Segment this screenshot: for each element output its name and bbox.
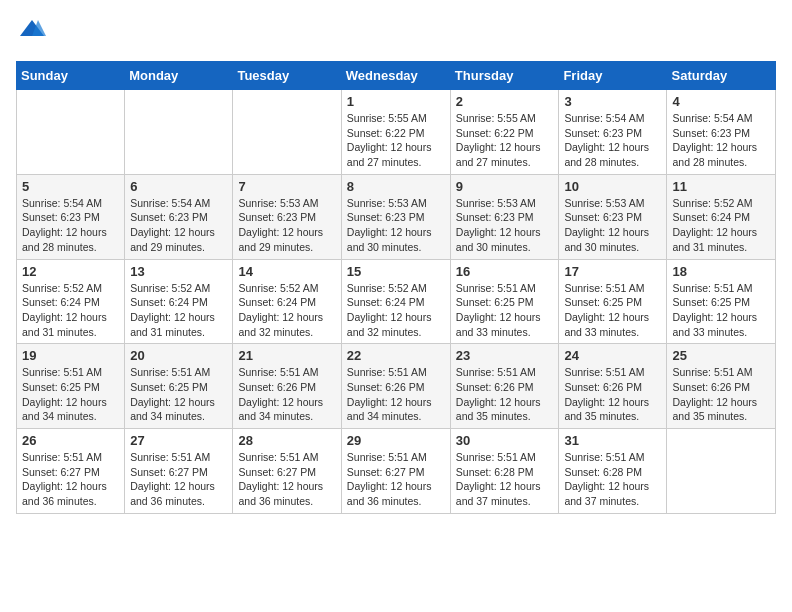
calendar-week-row: 12Sunrise: 5:52 AMSunset: 6:24 PMDayligh…	[17, 259, 776, 344]
calendar-cell: 19Sunrise: 5:51 AMSunset: 6:25 PMDayligh…	[17, 344, 125, 429]
day-number: 23	[456, 348, 554, 363]
day-detail: Sunrise: 5:52 AMSunset: 6:24 PMDaylight:…	[22, 281, 119, 340]
day-number: 26	[22, 433, 119, 448]
calendar-cell: 29Sunrise: 5:51 AMSunset: 6:27 PMDayligh…	[341, 429, 450, 514]
day-detail: Sunrise: 5:51 AMSunset: 6:26 PMDaylight:…	[672, 365, 770, 424]
logo-icon	[18, 16, 46, 44]
day-detail: Sunrise: 5:52 AMSunset: 6:24 PMDaylight:…	[672, 196, 770, 255]
day-detail: Sunrise: 5:55 AMSunset: 6:22 PMDaylight:…	[456, 111, 554, 170]
calendar-week-row: 5Sunrise: 5:54 AMSunset: 6:23 PMDaylight…	[17, 174, 776, 259]
day-number: 9	[456, 179, 554, 194]
calendar-cell: 23Sunrise: 5:51 AMSunset: 6:26 PMDayligh…	[450, 344, 559, 429]
day-header-friday: Friday	[559, 62, 667, 90]
day-detail: Sunrise: 5:51 AMSunset: 6:27 PMDaylight:…	[238, 450, 335, 509]
calendar-cell: 14Sunrise: 5:52 AMSunset: 6:24 PMDayligh…	[233, 259, 341, 344]
calendar-cell: 9Sunrise: 5:53 AMSunset: 6:23 PMDaylight…	[450, 174, 559, 259]
calendar-cell: 18Sunrise: 5:51 AMSunset: 6:25 PMDayligh…	[667, 259, 776, 344]
calendar-cell: 20Sunrise: 5:51 AMSunset: 6:25 PMDayligh…	[125, 344, 233, 429]
calendar-cell: 10Sunrise: 5:53 AMSunset: 6:23 PMDayligh…	[559, 174, 667, 259]
calendar-week-row: 1Sunrise: 5:55 AMSunset: 6:22 PMDaylight…	[17, 90, 776, 175]
calendar-header-row: SundayMondayTuesdayWednesdayThursdayFrid…	[17, 62, 776, 90]
day-number: 7	[238, 179, 335, 194]
day-detail: Sunrise: 5:54 AMSunset: 6:23 PMDaylight:…	[564, 111, 661, 170]
day-detail: Sunrise: 5:51 AMSunset: 6:27 PMDaylight:…	[347, 450, 445, 509]
calendar-cell: 12Sunrise: 5:52 AMSunset: 6:24 PMDayligh…	[17, 259, 125, 344]
day-number: 1	[347, 94, 445, 109]
calendar-cell: 17Sunrise: 5:51 AMSunset: 6:25 PMDayligh…	[559, 259, 667, 344]
day-header-thursday: Thursday	[450, 62, 559, 90]
day-number: 22	[347, 348, 445, 363]
calendar-cell: 7Sunrise: 5:53 AMSunset: 6:23 PMDaylight…	[233, 174, 341, 259]
calendar-cell: 21Sunrise: 5:51 AMSunset: 6:26 PMDayligh…	[233, 344, 341, 429]
day-number: 5	[22, 179, 119, 194]
calendar-cell: 8Sunrise: 5:53 AMSunset: 6:23 PMDaylight…	[341, 174, 450, 259]
day-detail: Sunrise: 5:51 AMSunset: 6:26 PMDaylight:…	[238, 365, 335, 424]
day-number: 20	[130, 348, 227, 363]
calendar-cell: 26Sunrise: 5:51 AMSunset: 6:27 PMDayligh…	[17, 429, 125, 514]
calendar-cell	[667, 429, 776, 514]
day-detail: Sunrise: 5:51 AMSunset: 6:25 PMDaylight:…	[22, 365, 119, 424]
calendar-cell: 4Sunrise: 5:54 AMSunset: 6:23 PMDaylight…	[667, 90, 776, 175]
day-detail: Sunrise: 5:54 AMSunset: 6:23 PMDaylight:…	[672, 111, 770, 170]
day-number: 18	[672, 264, 770, 279]
logo-text	[16, 16, 46, 49]
day-number: 27	[130, 433, 227, 448]
calendar-cell	[17, 90, 125, 175]
day-detail: Sunrise: 5:51 AMSunset: 6:27 PMDaylight:…	[130, 450, 227, 509]
calendar-table: SundayMondayTuesdayWednesdayThursdayFrid…	[16, 61, 776, 514]
logo	[16, 16, 46, 49]
day-detail: Sunrise: 5:52 AMSunset: 6:24 PMDaylight:…	[130, 281, 227, 340]
day-number: 24	[564, 348, 661, 363]
day-detail: Sunrise: 5:51 AMSunset: 6:27 PMDaylight:…	[22, 450, 119, 509]
calendar-cell: 6Sunrise: 5:54 AMSunset: 6:23 PMDaylight…	[125, 174, 233, 259]
calendar-week-row: 19Sunrise: 5:51 AMSunset: 6:25 PMDayligh…	[17, 344, 776, 429]
day-number: 30	[456, 433, 554, 448]
calendar-cell: 27Sunrise: 5:51 AMSunset: 6:27 PMDayligh…	[125, 429, 233, 514]
day-detail: Sunrise: 5:51 AMSunset: 6:28 PMDaylight:…	[564, 450, 661, 509]
day-header-sunday: Sunday	[17, 62, 125, 90]
calendar-cell: 3Sunrise: 5:54 AMSunset: 6:23 PMDaylight…	[559, 90, 667, 175]
calendar-cell: 22Sunrise: 5:51 AMSunset: 6:26 PMDayligh…	[341, 344, 450, 429]
day-number: 12	[22, 264, 119, 279]
calendar-week-row: 26Sunrise: 5:51 AMSunset: 6:27 PMDayligh…	[17, 429, 776, 514]
day-header-monday: Monday	[125, 62, 233, 90]
day-number: 25	[672, 348, 770, 363]
day-number: 31	[564, 433, 661, 448]
day-number: 3	[564, 94, 661, 109]
calendar-cell: 31Sunrise: 5:51 AMSunset: 6:28 PMDayligh…	[559, 429, 667, 514]
calendar-cell: 1Sunrise: 5:55 AMSunset: 6:22 PMDaylight…	[341, 90, 450, 175]
day-detail: Sunrise: 5:51 AMSunset: 6:26 PMDaylight:…	[347, 365, 445, 424]
calendar-cell: 30Sunrise: 5:51 AMSunset: 6:28 PMDayligh…	[450, 429, 559, 514]
day-detail: Sunrise: 5:51 AMSunset: 6:25 PMDaylight:…	[130, 365, 227, 424]
day-detail: Sunrise: 5:52 AMSunset: 6:24 PMDaylight:…	[238, 281, 335, 340]
day-number: 28	[238, 433, 335, 448]
day-number: 19	[22, 348, 119, 363]
day-number: 11	[672, 179, 770, 194]
day-detail: Sunrise: 5:52 AMSunset: 6:24 PMDaylight:…	[347, 281, 445, 340]
calendar-cell: 15Sunrise: 5:52 AMSunset: 6:24 PMDayligh…	[341, 259, 450, 344]
day-detail: Sunrise: 5:51 AMSunset: 6:26 PMDaylight:…	[456, 365, 554, 424]
day-number: 4	[672, 94, 770, 109]
day-number: 17	[564, 264, 661, 279]
day-number: 29	[347, 433, 445, 448]
calendar-cell: 5Sunrise: 5:54 AMSunset: 6:23 PMDaylight…	[17, 174, 125, 259]
day-detail: Sunrise: 5:53 AMSunset: 6:23 PMDaylight:…	[347, 196, 445, 255]
calendar-cell	[233, 90, 341, 175]
calendar-cell: 11Sunrise: 5:52 AMSunset: 6:24 PMDayligh…	[667, 174, 776, 259]
day-header-tuesday: Tuesday	[233, 62, 341, 90]
day-number: 14	[238, 264, 335, 279]
day-number: 6	[130, 179, 227, 194]
calendar-cell: 28Sunrise: 5:51 AMSunset: 6:27 PMDayligh…	[233, 429, 341, 514]
calendar-cell: 24Sunrise: 5:51 AMSunset: 6:26 PMDayligh…	[559, 344, 667, 429]
day-number: 2	[456, 94, 554, 109]
day-header-saturday: Saturday	[667, 62, 776, 90]
day-detail: Sunrise: 5:55 AMSunset: 6:22 PMDaylight:…	[347, 111, 445, 170]
day-detail: Sunrise: 5:51 AMSunset: 6:25 PMDaylight:…	[564, 281, 661, 340]
day-number: 8	[347, 179, 445, 194]
day-detail: Sunrise: 5:54 AMSunset: 6:23 PMDaylight:…	[22, 196, 119, 255]
day-number: 15	[347, 264, 445, 279]
day-number: 16	[456, 264, 554, 279]
day-header-wednesday: Wednesday	[341, 62, 450, 90]
page-header	[16, 16, 776, 49]
calendar-cell: 16Sunrise: 5:51 AMSunset: 6:25 PMDayligh…	[450, 259, 559, 344]
